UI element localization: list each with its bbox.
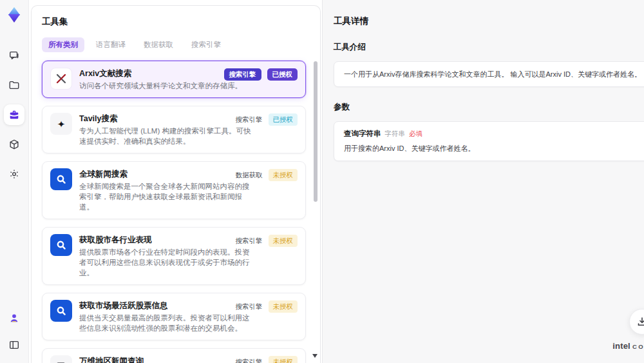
tool-card-4[interactable]: 获取市场最活跃股票信息提供当天交易量最高的股票列表。投资者可以利用这些信息来识别…: [42, 293, 306, 340]
tool-badges: 搜索引擎已授权: [224, 68, 298, 81]
sidebar-item-folder[interactable]: [4, 75, 24, 95]
tool-badges: 数据获取未授权: [236, 169, 298, 181]
briefcase-icon: [8, 109, 20, 121]
intro-text: 一个用于从Arxiv存储库搜索科学论文和文章的工具。 输入可以是Arxiv ID…: [344, 69, 641, 79]
tool-status-badge: 已授权: [269, 113, 298, 126]
tavily-star-icon: ✦: [50, 113, 72, 135]
tool-status-badge: 未授权: [269, 356, 298, 363]
tab-category-3[interactable]: 搜索引擎: [185, 37, 227, 52]
intro-box: 一个用于从Arxiv存储库搜索科学论文和文章的工具。 输入可以是Arxiv ID…: [334, 61, 644, 87]
tool-category-badge: 搜索引擎: [224, 68, 261, 81]
tool-card-2[interactable]: 全球新闻搜索全球新闻搜索是一个聚合全球各大新闻网站内容的搜索引擎，帮助用户快速获…: [42, 161, 306, 219]
tool-badges: 搜索引擎未授权: [236, 235, 298, 247]
tool-category-badge: 搜索引擎: [236, 113, 263, 126]
intel-wordmark: intel: [612, 342, 630, 350]
tool-card-0[interactable]: Arxiv文献搜索访问各个研究领域大量科学论文和文章的存储库。搜索引擎已授权: [42, 61, 306, 98]
category-tabs: 所有类别语言翻译数据获取搜索引擎: [42, 37, 310, 52]
tab-category-2[interactable]: 数据获取: [137, 37, 180, 52]
intro-heading: 工具介绍: [334, 42, 644, 53]
download-icon: [637, 317, 644, 327]
tool-category-badge: 搜索引擎: [236, 356, 263, 363]
sidebar: [0, 0, 29, 363]
details-title: 工具详情: [334, 15, 644, 27]
sidebar-panel-icon: [8, 339, 20, 351]
tool-card-1[interactable]: ✦Tavily搜索专为人工智能代理 (LLM) 构建的搜索引擎工具。可快速提供实…: [42, 106, 306, 153]
search-icon: [50, 168, 72, 190]
tool-description: 访问各个研究领域大量科学论文和文章的存储库。: [79, 81, 252, 91]
sidebar-item-user[interactable]: [4, 308, 24, 328]
sidebar-bottom: [4, 308, 24, 355]
cube-icon: [8, 139, 20, 150]
param-box: 查询字符串 字符串 必填 用于搜索的Arxiv ID、关键字或作者姓名。: [334, 121, 644, 161]
details-panel: 工具详情 工具介绍 一个用于从Arxiv存储库搜索科学论文和文章的工具。 输入可…: [322, 0, 644, 363]
param-header: 查询字符串 字符串 必填: [344, 129, 641, 139]
tool-description: 全球新闻搜索是一个聚合全球各大新闻网站内容的搜索引擎，帮助用户快速获取全球最新资…: [79, 181, 252, 212]
tool-card-5[interactable]: 万维地区新闻查询查询具体行政区划内的新闻，快速了解各地新闻动态。搜索引擎未授权: [42, 348, 306, 363]
tool-category-badge: 数据获取: [236, 169, 263, 181]
tab-category-0[interactable]: 所有类别: [42, 37, 84, 52]
tool-status-badge: 未授权: [269, 300, 298, 313]
user-avatar-icon: [8, 312, 20, 324]
tool-status-badge: 未授权: [269, 235, 298, 247]
sidebar-item-panel-toggle[interactable]: [4, 335, 24, 355]
chat-icon: [8, 50, 20, 61]
tool-description: 提供当天交易量最高的股票列表。投资者可以利用这些信息来识别流动性强的股票和潜在的…: [79, 313, 252, 333]
sidebar-item-packages[interactable]: [4, 134, 24, 155]
intel-core-logo: intel CORE Ultra: [612, 342, 644, 357]
search-icon: [50, 234, 72, 256]
newspaper-icon: [50, 355, 72, 363]
tool-status-badge: 已授权: [267, 68, 298, 81]
core-sub-label: Ultra: [612, 352, 644, 357]
app-root: 工具集 所有类别语言翻译数据获取搜索引擎 Arxiv文献搜索访问各个研究领域大量…: [0, 0, 644, 363]
scrollbar-thumb[interactable]: [314, 61, 317, 202]
tool-card-3[interactable]: 获取股市各行业表现提供股票市场各个行业在特定时间段内的表现。投资者可以利用这些信…: [42, 227, 306, 285]
tool-status-badge: 未授权: [269, 169, 298, 181]
param-name: 查询字符串: [344, 129, 381, 139]
param-required-badge: 必填: [409, 130, 422, 139]
sidebar-item-settings[interactable]: [4, 164, 24, 184]
app-logo-icon: [6, 6, 23, 23]
param-desc: 用于搜索的Arxiv ID、关键字或作者姓名。: [344, 143, 641, 153]
tool-description: 专为人工智能代理 (LLM) 构建的搜索引擎工具。可快速提供实时、准确和真实的结…: [79, 126, 252, 146]
param-type: 字符串: [385, 130, 406, 139]
core-wordmark: CORE: [632, 344, 644, 350]
tool-category-badge: 搜索引擎: [236, 300, 263, 313]
scrollbar-down-arrow-icon[interactable]: [312, 354, 317, 358]
download-button[interactable]: [629, 309, 644, 335]
page-title: 工具集: [42, 16, 310, 28]
gear-icon: [8, 168, 20, 180]
tools-panel: 工具集 所有类别语言翻译数据获取搜索引擎 Arxiv文献搜索访问各个研究领域大量…: [31, 5, 321, 363]
tool-list: Arxiv文献搜索访问各个研究领域大量科学论文和文章的存储库。搜索引擎已授权✦T…: [42, 61, 306, 363]
tools-area: 工具集 所有类别语言翻译数据获取搜索引擎 Arxiv文献搜索访问各个研究领域大量…: [29, 0, 322, 363]
search-icon: [50, 300, 72, 322]
tool-description: 提供股票市场各个行业在特定时间段内的表现。投资者可以利用这些信息来识别表现优于或…: [79, 247, 252, 278]
tool-badges: 搜索引擎已授权: [236, 113, 298, 126]
tool-category-badge: 搜索引擎: [236, 235, 263, 247]
folder-icon: [8, 79, 20, 91]
sidebar-nav: [4, 45, 24, 184]
tool-badges: 搜索引擎未授权: [236, 356, 298, 363]
sidebar-item-toolbox[interactable]: [4, 104, 24, 125]
tool-badges: 搜索引擎未授权: [236, 300, 298, 313]
tab-category-1[interactable]: 语言翻译: [90, 37, 132, 52]
sidebar-item-chat[interactable]: [4, 45, 24, 66]
params-heading: 参数: [334, 102, 644, 113]
arxiv-logo-icon: [50, 68, 72, 90]
